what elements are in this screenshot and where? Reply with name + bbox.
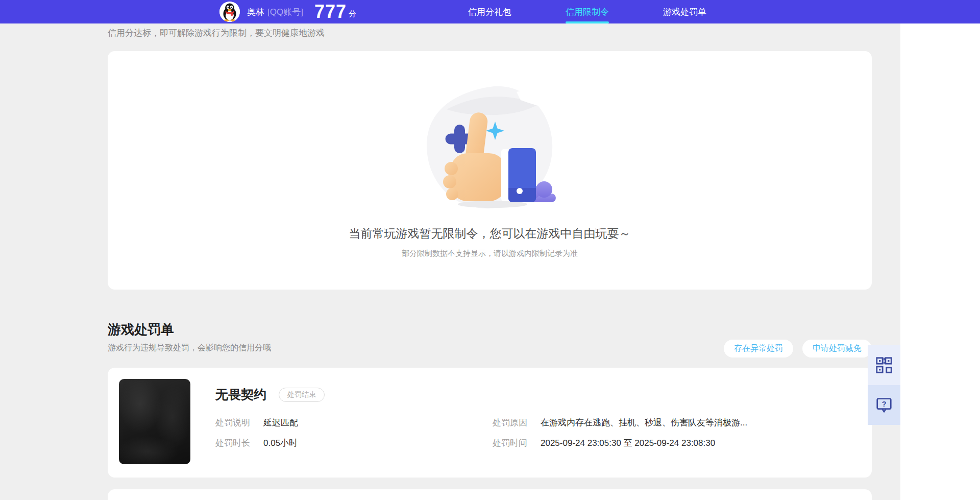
penalty-fields: 处罚说明 延迟匹配 处罚原因 在游戏内存在逃跑、挂机、秒退、伤害队友等消极游..… xyxy=(215,417,853,449)
user-avatar[interactable] xyxy=(219,2,240,22)
field-penalty-reason: 处罚原因 在游戏内存在逃跑、挂机、秒退、伤害队友等消极游... xyxy=(493,417,853,428)
help-button[interactable]: ? xyxy=(868,385,900,425)
credit-score-value: 777 xyxy=(314,1,347,22)
field-penalty-time: 处罚时间 2025-09-24 23:05:30 至 2025-09-24 23… xyxy=(493,437,853,449)
penalty-section-subtitle: 游戏行为违规导致处罚，会影响您的信用分哦 xyxy=(108,343,271,353)
empty-state-note: 部分限制数据不支持显示，请以游戏内限制记录为准 xyxy=(402,249,578,258)
top-navbar: 奥林 [QQ账号] 777 分 信用分礼包 信用限制令 游戏处罚单 xyxy=(0,0,980,23)
tab-label: 信用分礼包 xyxy=(468,6,511,18)
floating-widget: ? xyxy=(868,345,900,425)
field-penalty-description: 处罚说明 延迟匹配 xyxy=(215,417,493,428)
field-label: 处罚时长 xyxy=(215,437,251,449)
credit-page: 奥林 [QQ账号] 777 分 信用分礼包 信用限制令 游戏处罚单 信用分达标，… xyxy=(0,0,980,500)
penalty-section-title: 游戏处罚单 xyxy=(108,321,174,339)
field-value: 0.05小时 xyxy=(263,437,298,449)
svg-text:?: ? xyxy=(882,400,887,408)
game-thumbnail xyxy=(119,379,190,464)
thumbs-up-illustration-icon xyxy=(419,78,561,216)
field-value: 2025-09-24 23:05:30 至 2025-09-24 23:08:3… xyxy=(541,437,715,449)
field-label: 处罚时间 xyxy=(493,437,528,449)
penalty-card-partial xyxy=(108,489,872,500)
tab-label: 信用限制令 xyxy=(566,6,609,18)
abnormal-penalty-button[interactable]: 存在异常处罚 xyxy=(724,340,793,358)
credit-banner-note: 信用分达标，即可解除游戏行为限制，要文明健康地游戏 xyxy=(108,27,325,39)
penalty-card-header: 无畏契约 处罚结束 xyxy=(215,386,325,403)
credit-score-unit: 分 xyxy=(349,9,356,19)
user-name: 奥林 xyxy=(247,6,264,18)
field-label: 处罚说明 xyxy=(215,417,251,428)
account-type-label: [QQ账号] xyxy=(267,6,303,18)
active-tab-underline xyxy=(566,21,609,23)
restriction-empty-card: 当前常玩游戏暂无限制令，您可以在游戏中自由玩耍～ 部分限制数据不支持显示，请以游… xyxy=(108,51,872,290)
qr-code-icon xyxy=(874,355,894,375)
penalty-card: 无畏契约 处罚结束 处罚说明 延迟匹配 处罚原因 在游戏内存在逃跑、挂机、秒退、… xyxy=(108,368,872,478)
tab-label: 游戏处罚单 xyxy=(663,6,706,18)
field-value: 延迟匹配 xyxy=(263,417,298,428)
field-value: 在游戏内存在逃跑、挂机、秒退、伤害队友等消极游... xyxy=(541,417,747,428)
tab-credit-gift[interactable]: 信用分礼包 xyxy=(468,0,511,23)
status-badge: 处罚结束 xyxy=(279,388,325,402)
help-icon: ? xyxy=(874,395,894,415)
tab-credit-restriction[interactable]: 信用限制令 xyxy=(566,0,609,23)
tab-game-penalty[interactable]: 游戏处罚单 xyxy=(663,0,706,23)
field-penalty-duration: 处罚时长 0.05小时 xyxy=(215,437,493,449)
empty-state-message: 当前常玩游戏暂无限制令，您可以在游戏中自由玩耍～ xyxy=(349,226,631,242)
user-summary: 奥林 [QQ账号] 777 分 xyxy=(219,0,356,23)
penalty-reduction-button[interactable]: 申请处罚减免 xyxy=(802,340,872,358)
qr-code-button[interactable] xyxy=(868,345,900,385)
qq-penguin-icon xyxy=(219,2,240,22)
nav-tabs: 信用分礼包 信用限制令 游戏处罚单 xyxy=(468,0,706,23)
field-label: 处罚原因 xyxy=(493,417,528,428)
penalty-actions: 存在异常处罚 申请处罚减免 xyxy=(724,340,872,358)
game-title: 无畏契约 xyxy=(215,386,266,403)
